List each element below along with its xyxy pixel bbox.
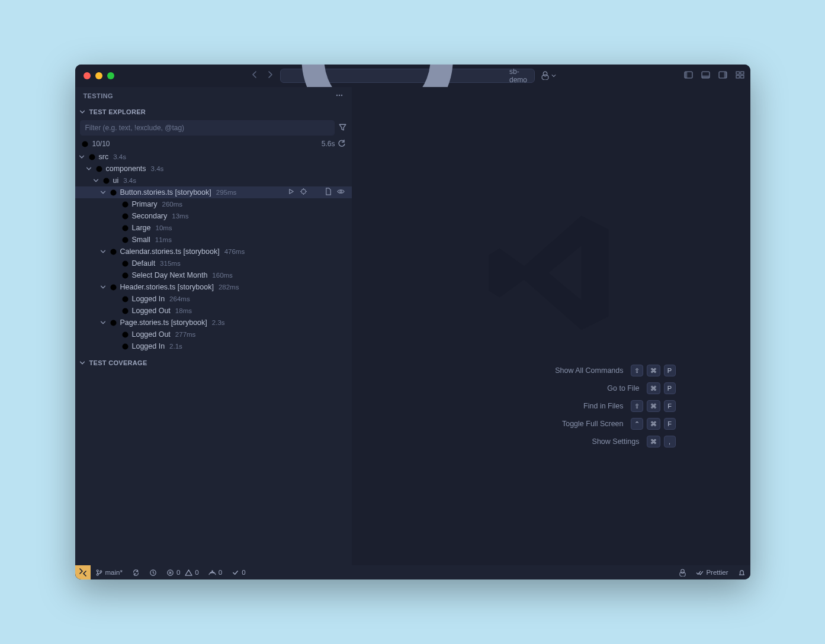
test-tree-row[interactable]: Logged In 2.1s (75, 340, 352, 352)
test-tree-row[interactable]: Logged In 264ms (75, 293, 352, 305)
test-label: Logged In (132, 295, 165, 303)
layout-left-icon[interactable] (684, 70, 693, 81)
key: ⌘ (647, 418, 660, 430)
nav-back-button[interactable] (251, 70, 259, 80)
pass-icon (110, 188, 118, 197)
test-time: 260ms (162, 201, 183, 208)
shortcut-label: Find in Files (583, 402, 623, 410)
branch-label: main* (105, 569, 123, 576)
zoom-window-button[interactable] (107, 72, 114, 79)
test-tree-row[interactable]: Page.stories.ts [storybook] 2.3s (75, 317, 352, 329)
double-check-icon (696, 569, 704, 577)
pass-icon (110, 283, 118, 291)
test-coverage-header[interactable]: TEST COVERAGE (75, 356, 352, 370)
copilot-status[interactable] (674, 565, 691, 579)
test-time: 2.1s (169, 343, 182, 350)
test-tree-row[interactable]: Select Day Next Month 160ms (75, 269, 352, 281)
vscode-logo-icon (483, 205, 619, 341)
notifications-button[interactable] (733, 565, 750, 579)
test-tree-row[interactable]: components 3.4s (75, 163, 352, 175)
run-icon[interactable] (287, 188, 295, 197)
branch-item[interactable]: main* (91, 565, 127, 579)
status-bar: main* 0 0 0 0 Prettier (75, 565, 750, 579)
test-time: 160ms (212, 272, 233, 279)
test-tree-row[interactable]: src 3.4s (75, 151, 352, 163)
coverage-count: 0 (242, 569, 245, 576)
reveal-icon[interactable] (337, 188, 345, 197)
test-time: 3.4s (151, 165, 164, 172)
filter-icon[interactable] (338, 123, 347, 133)
test-label: Secondary (132, 212, 168, 220)
test-tree-row[interactable]: Logged Out 277ms (75, 329, 352, 340)
goto-file-icon[interactable] (325, 188, 332, 197)
test-tree-row[interactable]: Header.stories.ts [storybook] 282ms (75, 281, 352, 293)
bell-icon (738, 569, 746, 577)
test-time: 13ms (172, 212, 188, 220)
problems-item[interactable]: 0 0 (162, 565, 204, 579)
check-icon (232, 569, 239, 577)
minimize-window-button[interactable] (95, 72, 102, 79)
shortcut-label: Show Settings (592, 437, 640, 446)
key: ⇧ (631, 400, 643, 412)
prettier-status[interactable]: Prettier (691, 565, 733, 579)
layout-bottom-icon[interactable] (701, 70, 710, 81)
remote-button[interactable] (75, 565, 91, 579)
pass-icon (102, 176, 111, 185)
test-label: components (106, 165, 146, 173)
layout-right-icon[interactable] (718, 70, 727, 81)
command-center-label: sb-demo (509, 67, 534, 84)
coverage-icon[interactable] (312, 188, 320, 197)
test-time: 315ms (160, 260, 181, 267)
ports-item[interactable]: 0 (204, 565, 227, 579)
test-tree-row[interactable]: Primary 260ms (75, 198, 352, 210)
pass-icon (121, 200, 130, 208)
test-explorer-header[interactable]: TEST EXPLORER (75, 105, 352, 119)
pass-icon (121, 212, 130, 220)
test-tree-row[interactable]: Calendar.stories.ts [storybook] 476ms (75, 246, 352, 257)
pass-icon (121, 342, 130, 350)
test-time: 2.3s (212, 319, 225, 326)
test-tree-row[interactable]: ui 3.4s (75, 175, 352, 186)
key: P (664, 365, 676, 376)
sync-button[interactable] (127, 565, 145, 579)
command-center[interactable]: sb-demo (280, 69, 535, 83)
key: F (664, 400, 676, 412)
test-tree-row[interactable]: Button.stories.ts [storybook] 295ms (75, 186, 352, 198)
copilot-icon[interactable] (541, 71, 557, 80)
chevron-down-icon (79, 359, 86, 366)
history-button[interactable] (145, 565, 162, 579)
panel-more-icon[interactable] (335, 91, 344, 101)
test-tree-row[interactable]: Logged Out 18ms (75, 305, 352, 317)
debug-icon[interactable] (300, 188, 307, 197)
welcome-shortcuts: Show All Commands ⇧⌘P Go to File ⌘P Find… (427, 365, 676, 447)
shortcut-row: Toggle Full Screen ⌃⌘F (427, 418, 676, 430)
test-label: Small (132, 236, 150, 244)
shortcut-row: Show Settings ⌘, (427, 436, 676, 447)
test-filter-input[interactable] (80, 120, 335, 136)
coverage-status-item[interactable]: 0 (227, 565, 250, 579)
test-time: 264ms (169, 295, 190, 302)
test-tree-row[interactable]: Secondary 13ms (75, 210, 352, 222)
pass-icon (110, 247, 118, 256)
pass-icon (121, 259, 130, 268)
pass-icon (121, 295, 130, 303)
titlebar: sb-demo (75, 65, 750, 87)
test-label: Logged In (132, 342, 165, 350)
refresh-icon[interactable] (338, 140, 346, 148)
test-tree-row[interactable]: Default 315ms (75, 257, 352, 269)
test-time: 3.4s (123, 177, 136, 184)
test-tree-row[interactable]: Small 11ms (75, 234, 352, 246)
layout-grid-icon[interactable] (736, 70, 744, 81)
key: ⌘ (647, 436, 660, 447)
test-time: 11ms (155, 236, 172, 243)
test-tree[interactable]: src 3.4s components 3.4s ui 3.4s Button.… (75, 151, 352, 352)
key: ⌘ (647, 400, 660, 412)
close-window-button[interactable] (84, 72, 91, 79)
test-label: Select Day Next Month (132, 271, 208, 279)
history-icon (149, 569, 157, 577)
remote-icon (79, 568, 87, 577)
test-tree-row[interactable]: Large 10ms (75, 222, 352, 234)
nav-forward-button[interactable] (266, 70, 274, 80)
key: F (664, 418, 676, 430)
branch-icon (95, 569, 103, 577)
